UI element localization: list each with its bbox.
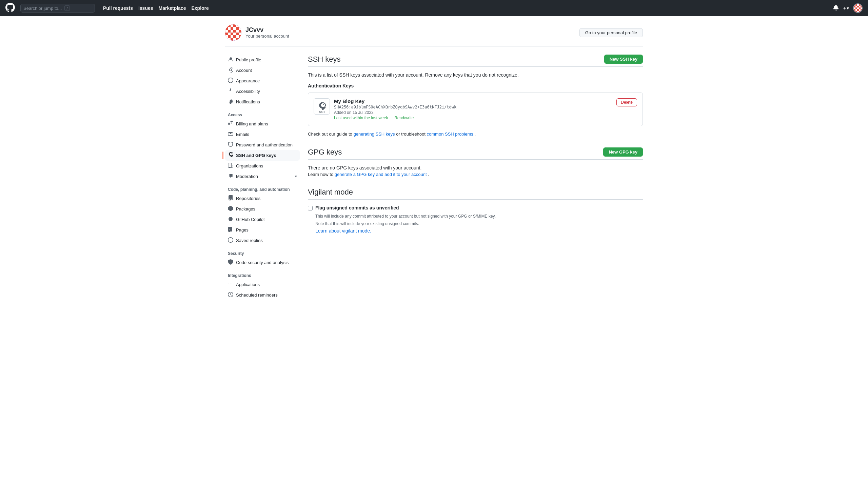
check-text: Check out our guide to generating SSH ke… <box>308 132 643 137</box>
sidebar-item-billing[interactable]: Billing and plans <box>225 119 300 129</box>
ssh-section-title: SSH keys <box>308 55 341 64</box>
ssh-info-text: This is a list of SSH keys associated wi… <box>308 72 643 77</box>
key-fingerprint: SHA256:a9JblmFS0eAChXQrbZQyqbSAwv2+I3a6t… <box>334 105 612 109</box>
profile-avatar <box>225 24 241 41</box>
ssh-key-icon-box: SSH <box>314 98 330 115</box>
common-problems-link[interactable]: common SSH problems <box>427 132 473 137</box>
sidebar-item-applications[interactable]: Applications <box>225 279 300 290</box>
page-container: JCvvv Your personal account Go to your p… <box>217 16 651 300</box>
sidebar-item-label: Code security and analysis <box>236 260 289 265</box>
sidebar-item-repositories[interactable]: Repositories <box>225 193 300 204</box>
vigilant-learn: Learn about vigilant mode. <box>315 228 643 233</box>
sidebar-item-notifications[interactable]: Notifications <box>225 97 300 107</box>
profile-name: JCvvv <box>246 27 289 33</box>
page-scroll: JCvvv Your personal account Go to your p… <box>0 0 868 488</box>
key-last-used: Last used within the last week — Read/wr… <box>334 116 612 120</box>
ssh-section-header: SSH keys New SSH key <box>308 55 643 67</box>
search-placeholder: Search or jump to... <box>23 6 62 11</box>
gpg-section-title: GPG keys <box>308 148 342 157</box>
sidebar-item-packages[interactable]: Packages <box>225 204 300 214</box>
auth-keys-label: Authentication Keys <box>308 83 643 88</box>
packages-icon <box>228 206 233 212</box>
profile-subtitle: Your personal account <box>246 33 289 39</box>
no-gpg-keys-text: There are no GPG keys associated with yo… <box>308 165 643 170</box>
sidebar-item-pages[interactable]: Pages <box>225 225 300 235</box>
new-gpg-key-button[interactable]: New GPG key <box>603 147 643 157</box>
billing-icon <box>228 120 233 127</box>
sidebar-item-label: Repositories <box>236 196 260 201</box>
sidebar-item-label: Appearance <box>236 78 260 83</box>
sidebar-item-label: Applications <box>236 282 260 287</box>
sidebar: Public profile Account Appearance Access… <box>225 55 300 300</box>
bell-icon <box>228 98 233 105</box>
sidebar-item-saved-replies[interactable]: Saved replies <box>225 235 300 246</box>
sidebar-item-label: SSH and GPG keys <box>236 153 276 158</box>
sidebar-item-label: Accessibility <box>236 89 260 94</box>
pull-requests-link[interactable]: Pull requests <box>103 6 133 11</box>
gpg-learn-text: Learn how to generate a GPG key and add … <box>308 172 643 177</box>
sidebar-item-label: Account <box>236 68 252 73</box>
appearance-icon <box>228 77 233 84</box>
clock-icon <box>228 292 233 298</box>
sidebar-item-label: Notifications <box>236 99 260 104</box>
sidebar-item-account[interactable]: Account <box>225 65 300 76</box>
sidebar-item-emails[interactable]: Emails <box>225 129 300 140</box>
copilot-icon <box>228 216 233 223</box>
new-ssh-key-button[interactable]: New SSH key <box>604 55 643 64</box>
chevron-down-icon: ▾ <box>295 174 297 179</box>
sidebar-item-ssh-gpg[interactable]: SSH and GPG keys <box>225 150 300 161</box>
sidebar-item-label: Saved replies <box>236 238 263 243</box>
generating-ssh-link[interactable]: generating SSH keys <box>353 132 395 137</box>
ssh-keys-section: SSH keys New SSH key This is a list of S… <box>308 55 643 137</box>
ssh-label: SSH <box>319 111 324 114</box>
delete-key-button[interactable]: Delete <box>617 98 637 106</box>
github-logo-icon[interactable] <box>6 3 15 14</box>
sidebar-item-password-auth[interactable]: Password and authentication <box>225 140 300 150</box>
sidebar-item-code-security[interactable]: Code security and analysis <box>225 257 300 268</box>
profile-text: JCvvv Your personal account <box>246 27 289 39</box>
ssh-key-card: SSH My Blog Key SHA256:a9JblmFS0eAChXQrb… <box>308 93 643 126</box>
go-to-profile-button[interactable]: Go to your personal profile <box>579 28 643 37</box>
learn-vigilant-mode-link[interactable]: Learn about vigilant mode. <box>315 228 371 233</box>
sidebar-item-public-profile[interactable]: Public profile <box>225 55 300 65</box>
explore-link[interactable]: Explore <box>191 6 208 11</box>
gpg-section-header: GPG keys New GPG key <box>308 147 643 160</box>
vigilant-desc-line2: Note that this will include your existin… <box>315 221 643 227</box>
org-icon <box>228 163 233 169</box>
sidebar-item-accessibility[interactable]: Accessibility <box>225 86 300 97</box>
applications-icon <box>228 281 233 288</box>
key-info: My Blog Key SHA256:a9JblmFS0eAChXQrbZQyq… <box>334 98 612 120</box>
sidebar-item-appearance[interactable]: Appearance <box>225 76 300 86</box>
content-layout: Public profile Account Appearance Access… <box>225 55 643 300</box>
sidebar-item-label: Moderation <box>236 174 258 179</box>
user-avatar[interactable] <box>853 3 862 13</box>
search-bar[interactable]: Search or jump to... / <box>20 4 95 12</box>
sidebar-item-organizations[interactable]: Organizations <box>225 161 300 171</box>
sidebar-item-label: Packages <box>236 207 255 211</box>
sidebar-item-label: GitHub Copilot <box>236 217 265 222</box>
sidebar-item-moderation[interactable]: Moderation ▾ <box>225 171 300 182</box>
profile-header: JCvvv Your personal account Go to your p… <box>225 16 643 46</box>
security-shield-icon <box>228 259 233 266</box>
user-icon <box>228 56 233 63</box>
code-section-label: Code, planning, and automation <box>225 182 300 193</box>
vigilant-mode-checkbox[interactable] <box>308 206 313 210</box>
notification-icon[interactable] <box>833 4 839 12</box>
key-name: My Blog Key <box>334 98 612 104</box>
email-icon <box>228 131 233 138</box>
sidebar-item-label: Billing and plans <box>236 121 268 126</box>
sidebar-item-copilot[interactable]: GitHub Copilot <box>225 214 300 225</box>
profile-info: JCvvv Your personal account <box>225 24 289 41</box>
pages-icon <box>228 227 233 233</box>
key-icon <box>228 152 233 159</box>
key-icon <box>318 102 326 111</box>
integrations-section-label: Integrations <box>225 268 300 279</box>
vigilant-checkbox-label: Flag unsigned commits as unverified <box>315 205 399 210</box>
create-new-button[interactable]: + ▾ <box>843 6 849 11</box>
accessibility-icon <box>228 88 233 95</box>
sidebar-item-scheduled-reminders[interactable]: Scheduled reminders <box>225 290 300 300</box>
issues-link[interactable]: Issues <box>138 6 153 11</box>
generate-gpg-link[interactable]: generate a GPG key and add it to your ac… <box>335 172 427 177</box>
marketplace-link[interactable]: Marketplace <box>159 6 186 11</box>
saved-replies-icon <box>228 237 233 244</box>
